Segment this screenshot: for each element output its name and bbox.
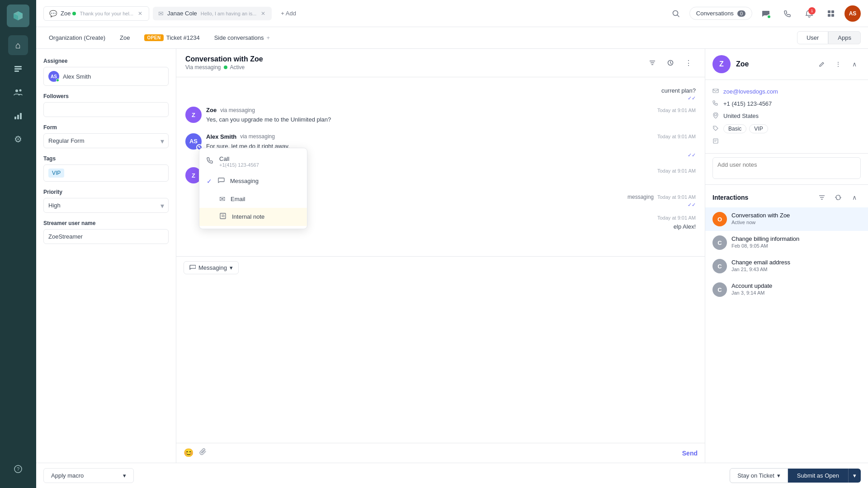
view-toggle: User Apps bbox=[797, 31, 861, 44]
interactions-filter-icon[interactable] bbox=[816, 191, 828, 204]
call-menu-item-content: Call +1(415) 123-4567 bbox=[219, 155, 259, 168]
collapse-user-icon[interactable]: ∧ bbox=[848, 58, 861, 70]
sidebar-item-settings[interactable]: ⚙ bbox=[8, 129, 28, 149]
tab-janae-close[interactable]: ✕ bbox=[260, 9, 266, 18]
context-menu-call[interactable]: Call +1(415) 123-4567 bbox=[199, 151, 307, 172]
form-select[interactable]: Regular Form bbox=[43, 133, 169, 148]
priority-select[interactable]: High bbox=[43, 198, 169, 213]
assignee-avatar: AS bbox=[48, 71, 59, 82]
stay-on-ticket-label: Stay on Ticket bbox=[737, 472, 774, 479]
sidebar-item-home[interactable]: ⌂ bbox=[8, 35, 28, 55]
notifications-button[interactable]: 1 bbox=[801, 5, 817, 22]
send-button[interactable]: Send bbox=[682, 450, 698, 457]
msg-content-4: messaging Today at 9:01 AM ✓✓ bbox=[627, 194, 696, 208]
context-menu-email[interactable]: ✉ Email bbox=[199, 190, 307, 208]
tab-zoe[interactable]: 💬 Zoe Thank you for your hel... ✕ bbox=[43, 6, 149, 21]
breadcrumb-org[interactable]: Organization (Create) bbox=[43, 33, 111, 43]
interaction-info-billing: Change billing information Feb 08, 9:05 … bbox=[731, 235, 861, 249]
view-user-button[interactable]: User bbox=[797, 31, 828, 44]
priority-select-wrapper: High bbox=[43, 198, 169, 213]
sidebar-item-help[interactable]: ? bbox=[8, 459, 28, 479]
msg-content-5: Today at 9:01 AM elp Alex! bbox=[657, 215, 696, 231]
tags-contact-icon bbox=[712, 125, 719, 133]
submit-open-button[interactable]: Submit as Open bbox=[788, 469, 848, 483]
edit-icon[interactable] bbox=[816, 58, 828, 70]
user-location: United States bbox=[723, 113, 759, 119]
chat-button[interactable] bbox=[758, 5, 774, 22]
user-notes-input[interactable] bbox=[712, 157, 861, 179]
svg-point-24 bbox=[715, 114, 717, 116]
sidebar-item-users[interactable] bbox=[8, 82, 28, 102]
filter-icon[interactable] bbox=[645, 56, 660, 70]
msg-via-4: messaging bbox=[627, 194, 654, 200]
conversations-button[interactable]: Conversations 0 bbox=[689, 7, 752, 20]
attachment-icon[interactable] bbox=[199, 448, 207, 458]
tags-field[interactable]: VIP bbox=[43, 164, 169, 182]
context-menu-internal-note[interactable]: Internal note bbox=[199, 208, 307, 226]
interaction-billing[interactable]: C Change billing information Feb 08, 9:0… bbox=[705, 231, 868, 254]
tab-janae[interactable]: ✉ Janae Cole Hello, I am having an is...… bbox=[153, 7, 272, 20]
form-label: Form bbox=[43, 124, 169, 131]
interactions-refresh-icon[interactable] bbox=[832, 191, 844, 204]
bottom-bar: Apply macro ▾ Stay on Ticket ▾ Submit as… bbox=[36, 463, 868, 488]
apply-macro-button[interactable]: Apply macro ▾ bbox=[43, 468, 134, 483]
breadcrumb-bar: Organization (Create) Zoe OPEN Ticket #1… bbox=[36, 27, 868, 49]
more-options-icon[interactable]: ⋮ bbox=[681, 56, 696, 70]
tab-zoe-close[interactable]: ✕ bbox=[137, 9, 143, 18]
user-avatar[interactable]: AS bbox=[844, 5, 861, 22]
add-tab-button[interactable]: + Add bbox=[275, 7, 302, 19]
stay-on-ticket-button[interactable]: Stay on Ticket ▾ bbox=[730, 468, 788, 483]
view-apps-button[interactable]: Apps bbox=[828, 31, 861, 44]
topbar-right: Conversations 0 1 bbox=[668, 5, 861, 22]
tab-janae-label: Janae Cole bbox=[167, 10, 197, 17]
breadcrumb-ticket[interactable]: OPEN Ticket #1234 bbox=[139, 33, 205, 43]
middle-panel: Conversation with Zoe Via messaging Acti… bbox=[176, 49, 705, 463]
svg-rect-5 bbox=[14, 117, 16, 119]
emoji-icon[interactable]: 😊 bbox=[184, 448, 193, 458]
followers-input[interactable] bbox=[43, 102, 169, 117]
user-notes-section bbox=[705, 154, 868, 185]
sidebar-item-tickets[interactable] bbox=[8, 59, 28, 79]
interaction-conv-zoe[interactable]: O Conversation with Zoe Active now bbox=[705, 207, 868, 231]
user-email[interactable]: zoe@lovesdogs.com bbox=[723, 88, 778, 95]
more-user-icon[interactable]: ⋮ bbox=[832, 58, 844, 70]
assignee-field[interactable]: AS Alex Smith bbox=[43, 67, 169, 86]
interaction-title-zoe: Conversation with Zoe bbox=[731, 212, 861, 219]
contact-info: zoe@lovesdogs.com +1 (415) 123-4567 bbox=[705, 80, 868, 154]
search-button[interactable] bbox=[668, 5, 684, 22]
email-label: Email bbox=[231, 196, 245, 202]
reply-input-area[interactable] bbox=[176, 279, 705, 443]
conversation-header: Conversation with Zoe Via messaging Acti… bbox=[176, 49, 705, 77]
email-icon: ✉ bbox=[219, 195, 225, 203]
contact-email-row: zoe@lovesdogs.com bbox=[712, 85, 861, 98]
side-conv-plus[interactable]: + bbox=[267, 34, 270, 41]
history-icon[interactable] bbox=[663, 56, 678, 70]
tag-basic: Basic bbox=[723, 124, 746, 133]
system-message-check: ✓✓ bbox=[185, 95, 696, 101]
system-message-text: current plan? bbox=[661, 87, 696, 94]
msg-sender-zoe1: Zoe bbox=[206, 107, 217, 113]
interaction-account[interactable]: C Account update Jan 3, 9:14 AM bbox=[705, 278, 868, 301]
msg-content-zoe1: Zoe via messaging Today at 9:01 AM Yes, … bbox=[206, 107, 696, 124]
submit-dropdown-button[interactable]: ▾ bbox=[848, 469, 861, 483]
sidebar-item-reports[interactable] bbox=[8, 106, 28, 126]
interaction-sub-account: Jan 3, 9:14 AM bbox=[731, 290, 861, 296]
breadcrumb-side-conversations[interactable]: Side conversations + bbox=[209, 33, 275, 43]
msg-time-5: Today at 9:01 AM bbox=[657, 215, 696, 221]
phone-button[interactable] bbox=[779, 5, 796, 22]
interactions-collapse-icon[interactable]: ∧ bbox=[848, 191, 861, 204]
apps-grid-button[interactable] bbox=[823, 5, 839, 22]
interaction-email-addr[interactable]: C Change email address Jan 21, 9:43 AM bbox=[705, 254, 868, 278]
context-menu-messaging[interactable]: ✓ Messaging bbox=[199, 172, 307, 190]
breadcrumb-zoe[interactable]: Zoe bbox=[114, 33, 135, 43]
interactions-title: Interactions bbox=[712, 194, 812, 201]
messages-area[interactable]: current plan? ✓✓ Z Zoe via messaging Tod… bbox=[176, 77, 705, 256]
svg-rect-12 bbox=[828, 10, 830, 13]
sidebar-logo[interactable] bbox=[7, 5, 29, 27]
interaction-title-email: Change email address bbox=[731, 259, 861, 266]
interaction-sub-zoe: Active now bbox=[731, 220, 861, 225]
streamer-input[interactable] bbox=[43, 229, 169, 244]
tag-vip: VIP bbox=[48, 169, 64, 178]
messaging-selector-button[interactable]: Messaging ▾ bbox=[184, 261, 239, 274]
contact-phone-row: +1 (415) 123-4567 bbox=[712, 98, 861, 110]
